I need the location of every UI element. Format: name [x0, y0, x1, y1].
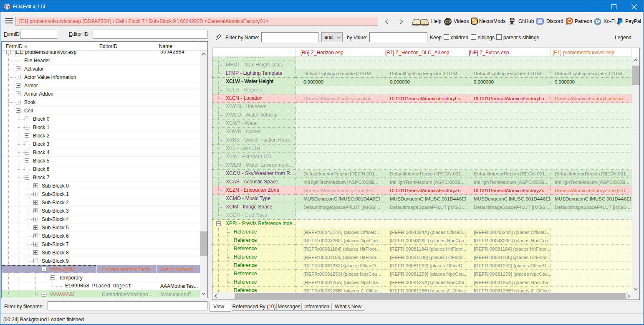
svg-text:GP: GP — [445, 19, 451, 24]
